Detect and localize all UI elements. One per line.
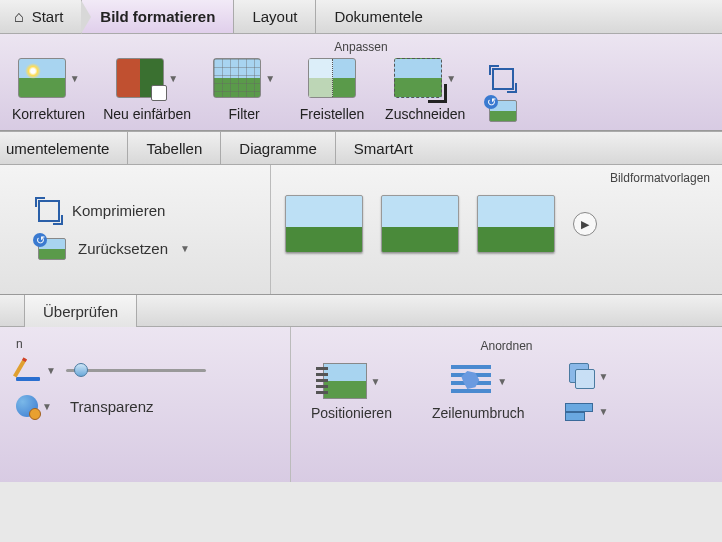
dropdown-icon: ▼ — [180, 243, 190, 254]
panel3-left: n ▼ ▼ Transparenz — [0, 327, 290, 482]
komprimieren-button[interactable]: Komprimieren — [38, 200, 270, 222]
positionieren-label: Positionieren — [311, 405, 392, 421]
stack-icon — [565, 363, 595, 389]
picture-style-thumb[interactable] — [477, 195, 555, 253]
group-title-anpassen: Anpassen — [0, 34, 722, 58]
tabbar-lower: Überprüfen — [0, 295, 722, 327]
tab-tabellen-label: Tabellen — [146, 140, 202, 157]
pencil-icon — [16, 359, 42, 381]
dropdown-icon: ▼ — [168, 73, 178, 84]
dropdown-icon: ▼ — [70, 73, 80, 84]
zuschneiden-label: Zuschneiden — [385, 106, 465, 122]
corrections-icon — [18, 58, 66, 98]
tab-bild-formatieren[interactable]: Bild formatieren — [82, 0, 234, 33]
zeilenumbruch-label: Zeilenumbruch — [432, 405, 525, 421]
positionieren-button[interactable]: ▼ Positionieren — [311, 363, 392, 421]
effects-icon — [16, 395, 38, 417]
tab-start[interactable]: ⌂ Start — [0, 0, 82, 33]
komprimieren-label: Komprimieren — [72, 202, 165, 219]
neu-einfaerben-button[interactable]: ▼ Neu einfärben — [103, 58, 191, 122]
dropdown-icon: ▼ — [42, 401, 52, 412]
tab-umentelemente[interactable]: umentelemente — [0, 132, 128, 164]
panel-bildformatvorlagen: Komprimieren Zurücksetzen ▼ Bildformatvo… — [0, 165, 722, 295]
home-icon: ⌂ — [14, 8, 24, 26]
korrekturen-button[interactable]: ▼ Korrekturen — [12, 58, 85, 122]
tab-start-label: Start — [32, 8, 64, 25]
freistellen-button[interactable]: Freistellen — [297, 58, 367, 122]
slider-thumb[interactable] — [74, 363, 88, 377]
dropdown-icon: ▼ — [371, 376, 381, 387]
tabbar-middle: umentelemente Tabellen Diagramme SmartAr… — [0, 131, 722, 165]
tab-diagramme-label: Diagramme — [239, 140, 317, 157]
group-title-anordnen: Anordnen — [291, 333, 722, 357]
tab-dokumentelemente[interactable]: Dokumentele — [316, 0, 440, 33]
dropdown-icon: ▼ — [446, 73, 456, 84]
tab-ueberpruefen[interactable]: Überprüfen — [24, 295, 137, 327]
anpassen-items: ▼ Korrekturen ▼ Neu einfärben ▼ Filter F… — [0, 58, 722, 122]
group-title-bildformatvorlagen: Bildformatvorlagen — [271, 165, 722, 189]
dropdown-icon: ▼ — [265, 73, 275, 84]
gallery-more-button[interactable]: ▶ — [573, 212, 597, 236]
arrange-items: ▼ Positionieren ▼ Zeilenumbruch ▼ ▼ — [291, 357, 722, 427]
tab-dokumentelemente-label: Dokumentele — [334, 8, 422, 25]
compress-icon — [38, 200, 60, 222]
dropdown-icon: ▼ — [599, 406, 609, 417]
filter-icon — [213, 58, 261, 98]
panel3-left-title: n — [16, 337, 274, 351]
korrekturen-label: Korrekturen — [12, 106, 85, 122]
reset-icon — [38, 238, 66, 260]
filter-button[interactable]: ▼ Filter — [209, 58, 279, 122]
remove-background-icon — [308, 58, 356, 98]
tab-tabellen[interactable]: Tabellen — [128, 132, 221, 164]
tabbar-top: ⌂ Start Bild formatieren Layout Dokument… — [0, 0, 722, 34]
tab-diagramme[interactable]: Diagramme — [221, 132, 336, 164]
recolor-icon — [116, 58, 164, 98]
picture-style-thumb[interactable] — [285, 195, 363, 253]
dropdown-icon: ▼ — [599, 371, 609, 382]
tab-layout-label: Layout — [252, 8, 297, 25]
panel3-right: Anordnen ▼ Positionieren ▼ Zeilenumbruch — [290, 327, 722, 482]
transparency-slider[interactable] — [66, 363, 206, 377]
compress-partial-button[interactable] — [483, 68, 523, 122]
dropdown-icon: ▼ — [497, 376, 507, 387]
ribbon-anpassen: Anpassen ▼ Korrekturen ▼ Neu einfärben ▼… — [0, 34, 722, 131]
picture-style-thumb[interactable] — [381, 195, 459, 253]
zuruecksetzen-label: Zurücksetzen — [78, 240, 168, 257]
tab-smartart[interactable]: SmartArt — [336, 132, 431, 164]
tab-ueberpruefen-label: Überprüfen — [43, 303, 118, 320]
freistellen-label: Freistellen — [300, 106, 365, 122]
align-icon — [565, 401, 595, 421]
shape-outline-button[interactable]: ▼ — [16, 359, 56, 381]
zuschneiden-button[interactable]: ▼ Zuschneiden — [385, 58, 465, 122]
compress-icon — [492, 68, 514, 90]
text-wrap-icon — [449, 363, 493, 399]
panel2-right: Bildformatvorlagen ▶ — [270, 165, 722, 294]
tab-arrow-icon — [81, 0, 91, 34]
crop-icon — [394, 58, 442, 98]
effects-button[interactable]: ▼ — [16, 395, 52, 417]
filter-label: Filter — [229, 106, 260, 122]
position-icon — [323, 363, 367, 399]
reset-icon — [489, 100, 517, 122]
panel-anordnen: n ▼ ▼ Transparenz Anordnen ▼ — [0, 327, 722, 482]
tab-smartart-label: SmartArt — [354, 140, 413, 157]
panel2-left: Komprimieren Zurücksetzen ▼ — [0, 165, 270, 294]
tab-bild-label: Bild formatieren — [100, 8, 215, 25]
zuruecksetzen-button[interactable]: Zurücksetzen ▼ — [38, 238, 270, 260]
style-gallery: ▶ — [271, 189, 722, 259]
tab-umentelemente-label: umentelemente — [6, 140, 109, 157]
zeilenumbruch-button[interactable]: ▼ Zeilenumbruch — [432, 363, 525, 421]
align-button[interactable]: ▼ — [565, 401, 609, 421]
dropdown-icon: ▼ — [46, 365, 56, 376]
neu-einfaerben-label: Neu einfärben — [103, 106, 191, 122]
bring-forward-button[interactable]: ▼ — [565, 363, 609, 389]
arrange-extra: ▼ ▼ — [565, 363, 609, 421]
transparenz-label: Transparenz — [70, 398, 154, 415]
tab-layout[interactable]: Layout — [234, 0, 316, 33]
